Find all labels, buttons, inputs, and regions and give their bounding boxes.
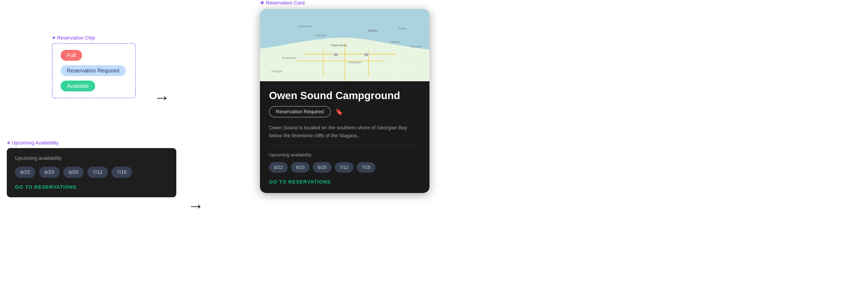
date-chip-2[interactable]: 6/25 xyxy=(63,167,84,178)
campground-description: Owen Sound is located on the southern sh… xyxy=(269,124,421,140)
svg-text:Sauble Beach: Sauble Beach xyxy=(298,25,313,28)
reservation-card: Owen Sound Meaford Southampton Wiarton S… xyxy=(260,9,430,193)
svg-text:Kemble: Kemble xyxy=(398,27,406,30)
svg-text:10: 10 xyxy=(335,54,337,56)
upcoming-label-text: Upcoming availability xyxy=(15,155,168,161)
go-reservations-button[interactable]: GO TO RESERVATIONS xyxy=(15,184,168,190)
map-svg: Owen Sound Meaford Southampton Wiarton S… xyxy=(260,9,430,81)
card-date-chip-3[interactable]: 7/12 xyxy=(335,162,353,173)
card-upcoming-label: Upcoming availability xyxy=(269,152,421,157)
card-go-reservations-button[interactable]: GO TO RESERVATIONS xyxy=(269,179,421,185)
date-chip-4[interactable]: 7/15 xyxy=(112,167,132,178)
svg-text:Meaford: Meaford xyxy=(391,41,400,43)
chip-available[interactable]: Available xyxy=(61,81,95,91)
card-date-chip-0[interactable]: 6/22 xyxy=(269,162,288,173)
diamond-icon: ❖ xyxy=(52,35,56,40)
date-chips-row: 6/22 6/23 6/25 7/12 7/15 xyxy=(15,167,168,178)
upcoming-diamond-icon: ❖ xyxy=(7,140,10,145)
card-date-chip-2[interactable]: 6/25 xyxy=(313,162,332,173)
arrow-chip-to-card xyxy=(154,88,170,107)
svg-text:26: 26 xyxy=(365,54,368,56)
svg-text:Hepworth: Hepworth xyxy=(315,34,326,37)
card-date-chip-4[interactable]: 7/15 xyxy=(357,162,375,173)
card-content: Owen Sound Campground Reservation Requir… xyxy=(260,81,430,193)
upcoming-section: ❖ Upcoming Availability Upcoming availab… xyxy=(7,140,176,197)
date-chip-0[interactable]: 6/22 xyxy=(15,167,35,178)
svg-text:Southampton: Southampton xyxy=(282,57,297,59)
chip-full[interactable]: Full xyxy=(61,50,82,61)
map-area: Owen Sound Meaford Southampton Wiarton S… xyxy=(260,9,430,81)
upcoming-section-label: ❖ Upcoming Availability xyxy=(7,140,176,146)
card-date-chip-1[interactable]: 6/23 xyxy=(291,162,310,173)
chip-reservation[interactable]: Reservation Required xyxy=(61,65,126,76)
card-section-label: ❖ Reservation Card xyxy=(260,0,430,6)
card-chip-reservation[interactable]: Reservation Required xyxy=(269,106,331,117)
divider xyxy=(269,146,421,146)
svg-text:Thornbury: Thornbury xyxy=(410,45,422,48)
svg-text:Wiarton: Wiarton xyxy=(368,29,377,32)
arrow-upcoming-to-card xyxy=(188,196,204,215)
date-chip-3[interactable]: 7/12 xyxy=(87,167,108,178)
reservation-card-section: ❖ Reservation Card Ow xyxy=(260,0,430,193)
chip-box: Full Reservation Required Available xyxy=(52,43,135,98)
chip-section-label: ❖ Reservation Chip xyxy=(52,35,135,41)
card-date-chips-row: 6/22 6/23 6/25 7/12 7/15 xyxy=(269,162,421,173)
svg-text:Port Elgin: Port Elgin xyxy=(272,70,282,73)
svg-text:Owen Sound: Owen Sound xyxy=(331,44,347,47)
bookmark-icon[interactable]: 🔖 xyxy=(335,108,343,116)
card-diamond-icon: ❖ xyxy=(260,0,265,6)
upcoming-box: Upcoming availability 6/22 6/23 6/25 7/1… xyxy=(7,148,176,197)
date-chip-1[interactable]: 6/23 xyxy=(39,167,60,178)
chip-section: ❖ Reservation Chip Full Reservation Requ… xyxy=(52,35,135,98)
svg-text:Chatsworth: Chatsworth xyxy=(348,61,361,64)
campground-name: Owen Sound Campground xyxy=(269,89,421,102)
card-chips-row: Reservation Required 🔖 xyxy=(269,106,421,117)
